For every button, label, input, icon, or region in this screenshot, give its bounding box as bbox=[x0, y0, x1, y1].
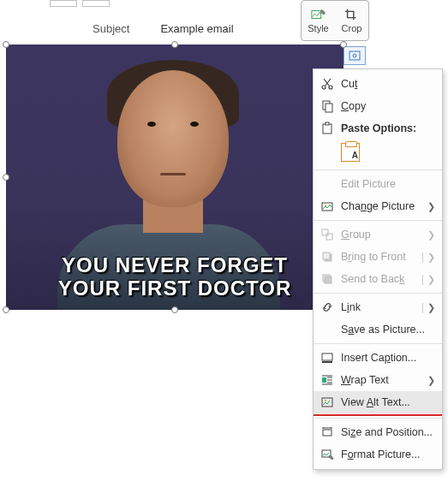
menu-label: Wrap Text bbox=[341, 374, 427, 386]
resize-handle[interactable] bbox=[3, 174, 9, 181]
image-caption: YOU NEVER FORGET YOUR FIRST DOCTOR bbox=[6, 254, 343, 300]
svg-rect-18 bbox=[322, 361, 332, 363]
bring-front-icon bbox=[320, 250, 341, 264]
menu-insert-caption[interactable]: Insert Caption... bbox=[314, 347, 442, 369]
menu-separator bbox=[314, 418, 442, 419]
menu-label: Paste Options: bbox=[341, 122, 435, 134]
size-position-icon bbox=[320, 425, 341, 439]
chevron-right-icon: ❯ bbox=[427, 201, 435, 212]
menu-label: Send to Back bbox=[341, 273, 418, 285]
ribbon-placeholder bbox=[0, 0, 110, 7]
email-header: Subject Example email bbox=[0, 22, 234, 35]
svg-rect-20 bbox=[322, 398, 332, 407]
ribbon-box bbox=[50, 0, 77, 7]
menu-group: Group ❯ bbox=[314, 223, 442, 246]
group-icon bbox=[320, 228, 341, 241]
chevron-right-icon: ❯ bbox=[427, 302, 435, 313]
picture-tools-floater: Style Crop bbox=[301, 0, 369, 41]
context-menu: Cut Copy Paste Options: A Edit Picture C… bbox=[313, 68, 443, 470]
subject-value: Example email bbox=[160, 22, 233, 35]
svg-rect-6 bbox=[326, 104, 332, 112]
resize-handle[interactable] bbox=[171, 306, 178, 313]
style-button[interactable]: Style bbox=[302, 1, 335, 40]
svg-point-4 bbox=[329, 86, 332, 89]
chevron-right-icon: ❯ bbox=[427, 229, 435, 241]
chevron-right-icon: ❯ bbox=[427, 375, 435, 386]
menu-label: Cut bbox=[341, 78, 435, 90]
svg-point-2 bbox=[353, 54, 356, 57]
svg-rect-11 bbox=[322, 229, 328, 235]
menu-label: View Alt Text... bbox=[341, 396, 435, 408]
svg-rect-14 bbox=[323, 252, 330, 259]
svg-rect-19 bbox=[322, 377, 326, 383]
resize-handle[interactable] bbox=[171, 41, 178, 48]
svg-rect-22 bbox=[323, 430, 332, 436]
highlight-underline bbox=[314, 414, 442, 416]
menu-save-as-picture[interactable]: Save as Picture... bbox=[314, 318, 442, 341]
send-back-icon bbox=[320, 272, 341, 286]
ribbon-box bbox=[82, 0, 110, 7]
wrap-text-icon bbox=[320, 373, 341, 387]
crop-icon bbox=[344, 8, 360, 21]
svg-rect-17 bbox=[322, 353, 332, 360]
image-content: YOU NEVER FORGET YOUR FIRST DOCTOR bbox=[6, 45, 343, 310]
change-picture-icon bbox=[320, 199, 341, 213]
menu-edit-picture: Edit Picture bbox=[314, 173, 442, 195]
menu-change-picture[interactable]: Change Picture ❯ bbox=[314, 195, 442, 217]
link-icon bbox=[320, 300, 341, 314]
alt-text-icon bbox=[320, 395, 341, 409]
menu-label: Insert Caption... bbox=[341, 352, 435, 364]
subject-label: Subject bbox=[93, 22, 129, 35]
resize-handle[interactable] bbox=[3, 306, 9, 313]
resize-handle[interactable] bbox=[3, 41, 9, 48]
crop-label: Crop bbox=[342, 23, 362, 33]
caption-icon bbox=[320, 351, 341, 365]
layout-options-button[interactable] bbox=[343, 46, 366, 65]
menu-separator bbox=[314, 293, 442, 294]
svg-point-10 bbox=[325, 205, 326, 206]
menu-view-alt-text[interactable]: View Alt Text... bbox=[314, 391, 442, 413]
copy-icon bbox=[320, 99, 341, 113]
menu-label: Copy bbox=[341, 100, 435, 112]
paste-options-row: A bbox=[314, 140, 442, 167]
svg-rect-12 bbox=[326, 234, 332, 240]
menu-label: Change Picture bbox=[341, 200, 427, 212]
svg-rect-8 bbox=[326, 122, 329, 125]
menu-link[interactable]: Link | ❯ bbox=[314, 296, 442, 318]
menu-format-picture[interactable]: Format Picture... bbox=[314, 443, 442, 466]
menu-bring-to-front: Bring to Front | ❯ bbox=[314, 246, 442, 268]
svg-rect-1 bbox=[349, 51, 360, 60]
menu-label: Bring to Front bbox=[341, 251, 418, 263]
menu-label: Link bbox=[341, 301, 418, 313]
menu-wrap-text[interactable]: Wrap Text ❯ bbox=[314, 369, 442, 391]
svg-rect-16 bbox=[325, 276, 332, 283]
crop-button[interactable]: Crop bbox=[335, 1, 368, 40]
menu-label: Size and Position... bbox=[341, 426, 435, 438]
svg-rect-7 bbox=[323, 124, 332, 134]
menu-send-to-back: Send to Back | ❯ bbox=[314, 268, 442, 290]
menu-copy[interactable]: Copy bbox=[314, 95, 442, 117]
layout-icon bbox=[348, 50, 361, 62]
menu-label: Group bbox=[341, 229, 427, 241]
resize-handle[interactable] bbox=[340, 41, 347, 48]
menu-paste-options: Paste Options: bbox=[314, 117, 442, 140]
svg-point-21 bbox=[325, 400, 326, 401]
menu-size-position[interactable]: Size and Position... bbox=[314, 421, 442, 443]
menu-label: Save as Picture... bbox=[341, 324, 435, 336]
menu-label: Edit Picture bbox=[341, 178, 435, 190]
chevron-right-icon: ❯ bbox=[427, 252, 435, 263]
paste-icon bbox=[320, 122, 341, 135]
style-icon bbox=[311, 8, 326, 21]
menu-separator bbox=[314, 343, 442, 344]
selected-image[interactable]: YOU NEVER FORGET YOUR FIRST DOCTOR bbox=[6, 45, 343, 310]
menu-cut[interactable]: Cut bbox=[314, 73, 442, 95]
menu-label: Format Picture... bbox=[341, 448, 435, 460]
menu-separator bbox=[314, 169, 442, 170]
style-label: Style bbox=[308, 23, 328, 33]
scissors-icon bbox=[320, 77, 341, 91]
svg-point-3 bbox=[322, 86, 326, 89]
paste-keep-formatting[interactable]: A bbox=[341, 143, 360, 162]
format-picture-icon bbox=[320, 448, 341, 461]
chevron-right-icon: ❯ bbox=[427, 274, 435, 285]
menu-separator bbox=[314, 220, 442, 221]
